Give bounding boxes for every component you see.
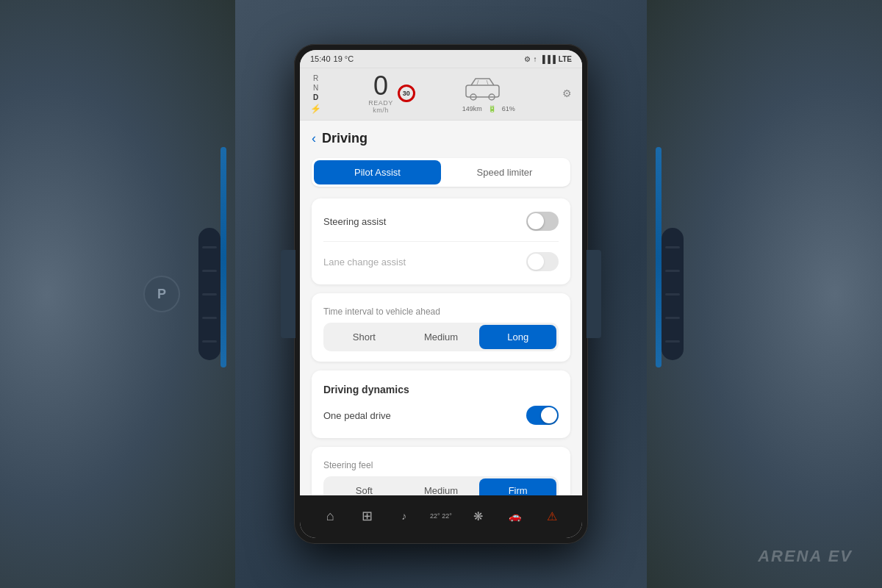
- gear-R: R: [313, 74, 318, 83]
- one-pedal-drive-row: One pedal drive: [323, 403, 559, 428]
- nav-home[interactable]: ⌂: [317, 503, 343, 529]
- speed-limit-badge: 30: [398, 85, 415, 102]
- vent-slat: [665, 293, 680, 295]
- warning-icon: ⚠: [547, 509, 557, 523]
- status-bar: 15:40 19 °C ⚙ ↑ ▐▐▐ LTE: [300, 50, 582, 68]
- vent-slat: [665, 317, 680, 319]
- speed-ready-row: 0 READY km/h 30: [368, 73, 415, 114]
- time-interval-card: Time interval to vehicle ahead Short Med…: [312, 293, 570, 362]
- steering-assist-toggle[interactable]: [526, 212, 559, 231]
- mount-clip-left: [281, 250, 295, 338]
- one-pedal-drive-label: One pedal drive: [323, 410, 391, 421]
- speed-section: 0 READY km/h 30: [368, 73, 415, 114]
- ready-label: READY: [368, 99, 393, 107]
- blue-accent-right: [656, 147, 662, 368]
- vent-slat: [665, 340, 680, 343]
- steering-feel-label: Steering feel: [323, 460, 559, 470]
- lane-change-assist-label: Lane change assist: [323, 257, 406, 268]
- time-display: 15:40: [310, 54, 331, 63]
- time-interval-label: Time interval to vehicle ahead: [323, 306, 559, 317]
- tab-pilot-assist[interactable]: Pilot Assist: [314, 160, 441, 184]
- charge-icon: ⚡: [310, 104, 321, 114]
- back-button[interactable]: ‹: [312, 131, 316, 146]
- status-left: 15:40 19 °C: [310, 54, 354, 63]
- time-interval-segment: Short Medium Long: [323, 323, 559, 351]
- signal-icon: ▐▐▐: [540, 55, 556, 63]
- blue-accent-left: [220, 147, 226, 368]
- fan-icon: ❋: [473, 509, 483, 523]
- vent-left: [198, 228, 220, 360]
- toggle-knob-3: [541, 407, 557, 423]
- gear-indicators: R N D: [313, 74, 318, 102]
- one-pedal-drive-toggle[interactable]: [526, 406, 559, 425]
- page-header: ‹ Driving: [312, 131, 570, 146]
- toggle-knob-2: [528, 254, 544, 270]
- home-icon: ⌂: [326, 509, 334, 524]
- bottom-nav: ⌂ ⊞ ♪ 22° 22° ❋ 🚗: [300, 495, 582, 538]
- climate-label: 22° 22°: [430, 512, 452, 520]
- battery-info: 149km 🔋 61%: [462, 105, 515, 112]
- driving-dynamics-label: Driving dynamics: [323, 384, 559, 395]
- vent-slat: [665, 246, 680, 248]
- segment-medium-feel[interactable]: Medium: [403, 478, 480, 495]
- car-nav-icon: 🚗: [509, 510, 521, 522]
- divider: [323, 241, 559, 242]
- segment-firm[interactable]: Firm: [479, 478, 556, 495]
- lte-label: LTE: [559, 55, 572, 63]
- arrow-icon: ↑: [534, 55, 537, 63]
- segment-long[interactable]: Long: [479, 325, 556, 349]
- mount-clip-right: [587, 250, 601, 338]
- top-right-icons: ⚙: [562, 87, 572, 99]
- vent-slat: [202, 270, 217, 272]
- segment-short[interactable]: Short: [326, 325, 403, 349]
- steering-feel-card: Steering feel Soft Medium Firm: [312, 447, 570, 495]
- page-title: Driving: [322, 131, 368, 146]
- tab-bar: Pilot Assist Speed limiter: [312, 158, 570, 187]
- segment-soft[interactable]: Soft: [326, 478, 403, 495]
- tablet-holder: 15:40 19 °C ⚙ ↑ ▐▐▐ LTE R: [294, 44, 588, 544]
- car-svg: [462, 74, 503, 102]
- park-button[interactable]: P: [143, 276, 180, 312]
- tablet-frame: 15:40 19 °C ⚙ ↑ ▐▐▐ LTE R: [294, 44, 588, 544]
- status-right: ⚙ ↑ ▐▐▐ LTE: [524, 55, 572, 63]
- vehicle-bar: R N D ⚡ 0 READY km/h: [300, 68, 582, 121]
- speed-value: 0: [373, 73, 388, 99]
- battery-percent: 61%: [502, 105, 515, 112]
- vent-slat: [202, 317, 217, 319]
- bluetooth-icon: ⚙: [524, 55, 531, 63]
- nav-fan[interactable]: ❋: [465, 503, 491, 529]
- sound-icon: ♪: [401, 510, 406, 522]
- steering-feel-segment: Soft Medium Firm: [323, 476, 559, 495]
- toggle-knob: [528, 213, 544, 229]
- lane-change-assist-row: Lane change assist: [323, 249, 559, 274]
- svg-line-4: [487, 80, 488, 85]
- tab-speed-limiter[interactable]: Speed limiter: [441, 160, 568, 184]
- segment-medium[interactable]: Medium: [403, 325, 480, 349]
- vent-slat: [202, 293, 217, 295]
- nav-grid[interactable]: ⊞: [354, 503, 380, 529]
- speed-unit: km/h: [373, 107, 389, 114]
- car-background: P 15:40 19 °C: [0, 0, 882, 588]
- settings-top-icon: ⚙: [562, 87, 572, 99]
- grid-icon: ⊞: [362, 508, 373, 524]
- vent-slat: [202, 246, 217, 248]
- battery-icon: 🔋: [488, 105, 496, 112]
- range-display: 149km: [462, 105, 482, 112]
- lane-change-assist-toggle: [526, 252, 559, 271]
- vent-slat: [202, 340, 217, 343]
- gear-N: N: [313, 83, 318, 93]
- car-icon-area: 149km 🔋 61%: [462, 74, 515, 112]
- nav-climate[interactable]: 22° 22°: [428, 503, 454, 529]
- vent-slat: [665, 270, 680, 272]
- nav-sound[interactable]: ♪: [391, 503, 417, 529]
- main-content[interactable]: ‹ Driving Pilot Assist Speed limiter: [300, 121, 582, 495]
- temperature-display: 19 °C: [334, 54, 354, 63]
- steering-assist-row: Steering assist: [323, 209, 559, 234]
- svg-line-3: [477, 80, 478, 85]
- steering-assist-card: Steering assist Lane change assist: [312, 198, 570, 284]
- nav-warning[interactable]: ⚠: [539, 503, 565, 529]
- vent-right: [662, 228, 684, 360]
- steering-assist-label: Steering assist: [323, 216, 386, 227]
- driving-dynamics-card: Driving dynamics One pedal drive: [312, 370, 570, 438]
- nav-car[interactable]: 🚗: [502, 503, 528, 529]
